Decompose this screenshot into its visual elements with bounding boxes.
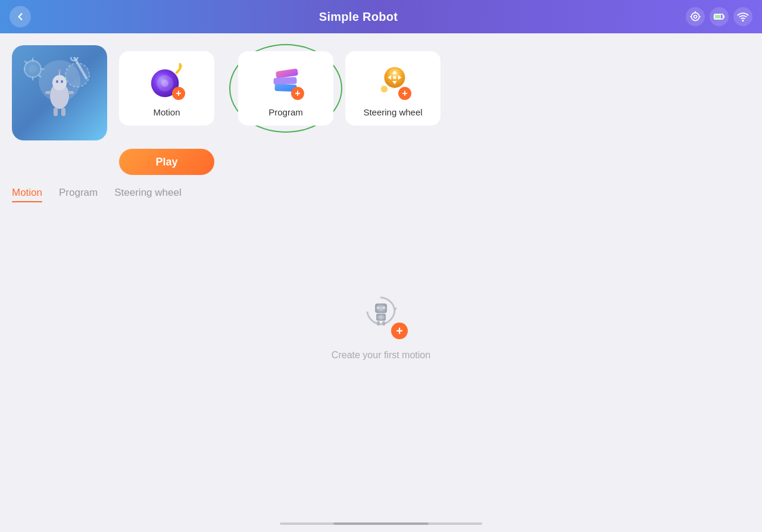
play-section: Play xyxy=(0,140,762,175)
motion-plus-badge: + xyxy=(172,87,185,100)
svg-point-0 xyxy=(691,12,699,20)
empty-state: + Create your first motion xyxy=(0,286,762,361)
svg-point-8 xyxy=(29,65,37,73)
svg-point-20 xyxy=(61,80,63,83)
svg-rect-45 xyxy=(376,314,386,321)
feature-cards: + Motion xyxy=(119,45,750,126)
play-button[interactable]: Play xyxy=(119,149,214,175)
steering-card-label: Steering wheel xyxy=(363,107,422,117)
settings-icon-btn[interactable] xyxy=(686,7,705,26)
tab-motion[interactable]: Motion xyxy=(12,187,42,202)
page-title: Simple Robot xyxy=(319,10,398,24)
horizontal-scrollbar[interactable] xyxy=(280,522,482,525)
svg-rect-3 xyxy=(715,15,721,19)
svg-point-43 xyxy=(377,306,379,309)
svg-marker-41 xyxy=(393,308,397,312)
svg-point-4 xyxy=(742,20,744,21)
top-panel: + Motion xyxy=(0,33,762,140)
steering-card[interactable]: + Steering wheel xyxy=(345,51,441,126)
svg-point-29 xyxy=(161,80,168,87)
tab-steering-wheel[interactable]: Steering wheel xyxy=(114,187,181,202)
motion-card[interactable]: + Motion xyxy=(119,51,214,126)
battery-icon-btn[interactable] xyxy=(710,7,729,26)
svg-rect-23 xyxy=(45,91,51,94)
motion-icon-container: + xyxy=(146,61,188,102)
svg-rect-26 xyxy=(61,108,65,116)
svg-rect-31 xyxy=(273,77,296,85)
svg-point-44 xyxy=(383,306,385,309)
back-button[interactable] xyxy=(10,6,31,27)
program-card[interactable]: + Program xyxy=(238,51,333,126)
program-card-wrapper: + Program xyxy=(238,51,333,126)
svg-point-1 xyxy=(694,15,697,18)
svg-rect-46 xyxy=(377,321,380,326)
svg-point-19 xyxy=(56,80,58,83)
svg-point-18 xyxy=(52,75,67,90)
svg-point-38 xyxy=(393,76,396,79)
tabs-bar: Motion Program Steering wheel xyxy=(0,177,762,202)
robot-image-card xyxy=(12,45,107,140)
empty-state-text: Create your first motion xyxy=(332,350,430,361)
empty-state-icon[interactable]: + xyxy=(354,286,408,339)
svg-rect-47 xyxy=(382,321,385,326)
header: Simple Robot xyxy=(0,0,762,33)
svg-line-13 xyxy=(25,61,27,63)
svg-rect-42 xyxy=(375,303,387,313)
scrollbar-thumb[interactable] xyxy=(333,522,429,525)
svg-point-22 xyxy=(58,70,61,73)
tab-program[interactable]: Program xyxy=(59,187,98,202)
empty-plus-badge: + xyxy=(391,323,408,339)
main-content: + Motion xyxy=(0,33,762,532)
svg-rect-24 xyxy=(68,91,74,94)
program-card-label: Program xyxy=(268,107,303,117)
steering-plus-badge: + xyxy=(398,87,411,100)
motion-card-label: Motion xyxy=(153,107,180,117)
svg-rect-30 xyxy=(276,68,298,79)
wifi-icon-btn[interactable] xyxy=(733,7,752,26)
program-plus-badge: + xyxy=(291,87,304,100)
svg-point-39 xyxy=(381,86,388,93)
program-icon-container: + xyxy=(265,61,307,102)
steering-icon-container: + xyxy=(372,61,414,102)
header-icons xyxy=(686,7,752,26)
svg-rect-25 xyxy=(54,108,58,116)
